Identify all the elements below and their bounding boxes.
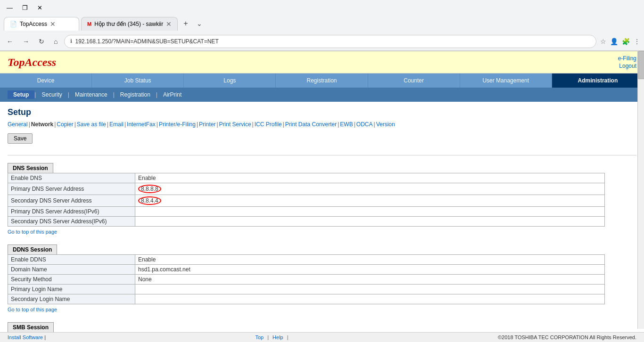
table-row: Secondary DNS Server Address(IPv6) bbox=[8, 217, 605, 227]
reload-button[interactable]: ↻ bbox=[36, 36, 47, 47]
dns-goto-top-link[interactable]: Go to top of this page bbox=[8, 229, 57, 235]
footer-sep-1: | bbox=[267, 334, 269, 340]
footer: Install Software | Top | Help | ©2018 TO… bbox=[0, 332, 644, 342]
footer-copyright: ©2018 TOSHIBA TEC CORPORATION All Rights… bbox=[498, 334, 636, 340]
table-row: Primary DNS Server Address(IPv6) bbox=[8, 207, 605, 217]
ddns-secondary-login-value bbox=[135, 294, 605, 304]
tab-close-topaccess[interactable]: ✕ bbox=[50, 20, 56, 28]
ddns-enable-label: Enable DDNS bbox=[8, 255, 135, 265]
subnav-maintenance[interactable]: Maintenance bbox=[69, 90, 113, 99]
breadcrumb-copier[interactable]: Copier bbox=[57, 121, 73, 128]
ddns-session: DDNS Session Enable DDNS Enable Domain N… bbox=[8, 244, 605, 313]
breadcrumb-nav: General | Network | Copier | Save as fil… bbox=[8, 121, 636, 128]
subnav-airprint[interactable]: AirPrint bbox=[157, 90, 187, 99]
nav-logs[interactable]: Logs bbox=[184, 73, 276, 88]
nav-registration[interactable]: Registration bbox=[276, 73, 368, 88]
ddns-primary-login-label: Primary Login Name bbox=[8, 285, 135, 294]
app-logo: TopAccess bbox=[8, 56, 56, 69]
back-button[interactable]: ← bbox=[4, 36, 16, 47]
tab-topaccess[interactable]: 📄 TopAccess ✕ bbox=[4, 17, 79, 31]
title-bar: — ❐ ✕ bbox=[0, 0, 644, 15]
efiling-link[interactable]: e-Filing bbox=[618, 55, 636, 62]
tab-gmail[interactable]: M Hộp thư đến (345) - sawkiir ✕ bbox=[81, 17, 178, 31]
breadcrumb-version[interactable]: Version bbox=[376, 121, 395, 128]
table-row: Secondary DNS Server Address 8.8.4.4 bbox=[8, 195, 605, 207]
breadcrumb-general[interactable]: General bbox=[8, 121, 28, 128]
ddns-security-value: None bbox=[135, 275, 605, 285]
dns-primary-ipv6-value bbox=[135, 207, 605, 217]
smb-section-header: SMB Session bbox=[8, 322, 54, 332]
breadcrumb-save-as-file[interactable]: Save as file bbox=[77, 121, 106, 128]
address-text: 192.168.1.250/?MAIN=ADMIN&SUB=SETUP&CAT=… bbox=[75, 38, 590, 45]
top-header: TopAccess e-Filing Logout bbox=[0, 51, 644, 73]
nav-user-management[interactable]: User Management bbox=[460, 73, 552, 88]
scrollbar[interactable] bbox=[637, 51, 644, 329]
breadcrumb-printer-efiling[interactable]: Printer/e-Filing bbox=[159, 121, 196, 128]
breadcrumb-icc-profile[interactable]: ICC Profile bbox=[255, 121, 282, 128]
breadcrumb-printer[interactable]: Printer bbox=[199, 121, 215, 128]
breadcrumb-print-data-converter[interactable]: Print Data Converter bbox=[285, 121, 337, 128]
profile-icon[interactable]: 👤 bbox=[610, 38, 618, 45]
nav-device[interactable]: Device bbox=[0, 73, 92, 88]
browser-chrome: — ❐ ✕ 📄 TopAccess ✕ M Hộp thư đến (345) … bbox=[0, 0, 644, 51]
browser-nav-icons: ☆ 👤 🧩 ⋮ bbox=[600, 38, 640, 45]
nav-counter[interactable]: Counter bbox=[368, 73, 460, 88]
window-minimize[interactable]: — bbox=[4, 3, 16, 12]
logout-link[interactable]: Logout bbox=[619, 63, 636, 69]
dns-section-header: DNS Session bbox=[8, 163, 53, 173]
dns-secondary-label: Secondary DNS Server Address bbox=[8, 195, 135, 207]
ddns-goto-top-link[interactable]: Go to top of this page bbox=[8, 307, 57, 312]
home-button[interactable]: ⌂ bbox=[51, 36, 60, 47]
nav-administration[interactable]: Administration bbox=[552, 73, 644, 88]
logo-access: Access bbox=[25, 56, 56, 68]
ddns-table: Enable DDNS Enable Domain Name hsd1.pa.c… bbox=[8, 254, 605, 304]
breadcrumb-network: Network bbox=[31, 121, 53, 128]
install-software-link[interactable]: Install Software bbox=[8, 334, 43, 340]
footer-help-link[interactable]: Help bbox=[272, 334, 283, 340]
footer-top-link[interactable]: Top bbox=[256, 334, 264, 340]
dns-primary-value: 8.8.8.8 bbox=[135, 183, 605, 195]
tab-label-gmail: Hộp thư đến (345) - sawkiir bbox=[94, 21, 163, 27]
ddns-primary-login-value bbox=[135, 285, 605, 294]
subnav-setup[interactable]: Setup bbox=[8, 90, 34, 99]
subnav-registration[interactable]: Registration bbox=[115, 90, 156, 99]
content-divider bbox=[8, 155, 636, 155]
nav-job-status[interactable]: Job Status bbox=[92, 73, 184, 88]
window-close[interactable]: ✕ bbox=[34, 3, 45, 12]
window-maximize[interactable]: ❐ bbox=[19, 3, 31, 12]
breadcrumb-internetfax[interactable]: InternetFax bbox=[127, 121, 156, 128]
dns-goto-top: Go to top of this page bbox=[8, 228, 605, 235]
extensions-icon[interactable]: 🧩 bbox=[622, 38, 630, 45]
breadcrumb-print-service[interactable]: Print Service bbox=[219, 121, 251, 128]
dns-primary-ipv6-label: Primary DNS Server Address(IPv6) bbox=[8, 207, 135, 217]
tab-favicon-topaccess: 📄 bbox=[10, 21, 17, 27]
logo-top: Top bbox=[8, 56, 25, 68]
tab-list-icon[interactable]: ⌄ bbox=[194, 19, 205, 28]
footer-sep-install: | bbox=[44, 334, 46, 340]
tab-close-gmail[interactable]: ✕ bbox=[166, 20, 172, 28]
footer-center: Top | Help | bbox=[256, 334, 289, 340]
breadcrumb-odca[interactable]: ODCA bbox=[356, 121, 373, 128]
content-area: Setup General | Network | Copier | Save … bbox=[0, 102, 644, 342]
scrollbar-thumb[interactable] bbox=[638, 51, 644, 79]
new-tab-button[interactable]: + bbox=[180, 17, 191, 30]
footer-left: Install Software | bbox=[8, 334, 46, 340]
table-row: Secondary Login Name bbox=[8, 294, 605, 304]
dns-secondary-ipv6-label: Secondary DNS Server Address(IPv6) bbox=[8, 217, 135, 227]
forward-button[interactable]: → bbox=[20, 36, 32, 47]
address-bar[interactable]: ℹ 192.168.1.250/?MAIN=ADMIN&SUB=SETUP&CA… bbox=[64, 35, 596, 48]
subnav-security[interactable]: Security bbox=[36, 90, 67, 99]
ddns-security-label: Security Method bbox=[8, 275, 135, 285]
breadcrumb-email[interactable]: Email bbox=[109, 121, 124, 128]
bookmark-icon[interactable]: ☆ bbox=[600, 38, 606, 45]
dns-primary-label: Primary DNS Server Address bbox=[8, 183, 135, 195]
ddns-enable-value: Enable bbox=[135, 255, 605, 265]
footer-sep-2: | bbox=[287, 334, 289, 340]
breadcrumb-ewb[interactable]: EWB bbox=[340, 121, 353, 128]
ddns-secondary-login-label: Secondary Login Name bbox=[8, 294, 135, 304]
dns-secondary-value: 8.8.4.4 bbox=[135, 195, 605, 207]
secondary-dns-annotated: 8.8.4.4 bbox=[138, 196, 161, 205]
save-button[interactable]: Save bbox=[8, 133, 33, 144]
settings-icon[interactable]: ⋮ bbox=[634, 38, 640, 45]
table-row: Enable DDNS Enable bbox=[8, 255, 605, 265]
